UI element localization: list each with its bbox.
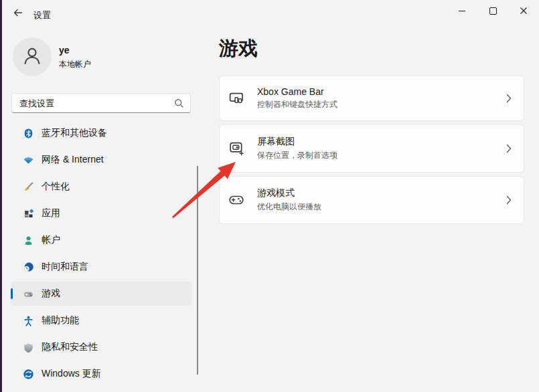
card-subtitle: 保存位置，录制首选项 (257, 150, 337, 161)
card-title: Xbox Game Bar (257, 86, 337, 97)
sidebar-item-label: 网络 & Internet (42, 154, 104, 166)
sidebar-item-label: 蓝牙和其他设备 (42, 127, 107, 139)
apps-icon (23, 208, 34, 219)
sidebar-item-time-language[interactable]: 时间和语言 (11, 255, 191, 279)
page-title: 游戏 (219, 35, 258, 62)
window-title: 设置 (33, 9, 51, 21)
minimize-icon (459, 11, 465, 11)
card-title: 游戏模式 (257, 187, 321, 199)
sidebar-item-label: 帐户 (42, 234, 60, 246)
accounts-person-icon (23, 235, 34, 246)
search-box (11, 93, 191, 113)
sidebar-item-apps[interactable]: 应用 (11, 201, 191, 225)
person-outline-icon (21, 44, 44, 70)
search-icon (174, 98, 184, 111)
sidebar-scrollbar[interactable] (197, 166, 198, 375)
sidebar-nav: 蓝牙和其他设备 网络 & Internet 个性化 (11, 121, 191, 389)
sidebar-item-windows-update[interactable]: Windows 更新 (11, 362, 191, 386)
bluetooth-icon (23, 128, 34, 139)
back-button[interactable] (8, 4, 28, 24)
sidebar-item-privacy-security[interactable]: 隐私和安全性 (11, 335, 191, 359)
privacy-shield-icon (23, 342, 34, 353)
card-xbox-game-bar[interactable]: Xbox Game Bar 控制器和键盘快捷方式 (219, 76, 524, 121)
sidebar-item-gaming[interactable]: 游戏 (11, 282, 191, 306)
accessibility-icon (23, 315, 34, 326)
sidebar-item-label: 游戏 (42, 288, 60, 300)
settings-cards: Xbox Game Bar 控制器和键盘快捷方式 屏幕截图 保存 (219, 76, 524, 227)
close-icon (520, 5, 528, 17)
screen-capture-icon (228, 140, 244, 157)
settings-window: 设置 ye 本地帐户 (0, 0, 539, 392)
sidebar-item-label: 隐私和安全性 (42, 341, 98, 353)
gaming-controller-icon (23, 288, 34, 300)
sidebar-item-personalization[interactable]: 个性化 (11, 175, 191, 199)
personalization-brush-icon (23, 181, 34, 193)
xbox-game-bar-icon (228, 90, 244, 106)
sidebar-item-label: 应用 (42, 207, 60, 219)
maximize-icon (489, 7, 497, 15)
sidebar-item-label: 辅助功能 (42, 314, 79, 326)
sidebar-item-accounts[interactable]: 帐户 (11, 228, 191, 252)
card-title: 屏幕截图 (257, 136, 337, 148)
card-subtitle: 优化电脑以便播放 (257, 201, 321, 213)
network-wifi-icon (23, 155, 34, 166)
minimize-button[interactable] (447, 0, 477, 22)
account-type: 本地帐户 (59, 59, 91, 70)
sidebar-item-label: 时间和语言 (42, 261, 88, 273)
maximize-button[interactable] (477, 0, 508, 22)
account-name: ye (59, 45, 70, 56)
chevron-right-icon (506, 195, 512, 205)
card-subtitle: 控制器和键盘快捷方式 (257, 99, 337, 110)
sidebar-item-network-internet[interactable]: 网络 & Internet (11, 148, 191, 172)
search-input[interactable] (12, 94, 175, 112)
background-window-edge (0, 0, 2, 392)
avatar[interactable] (13, 37, 52, 76)
sidebar-item-label: Windows 更新 (42, 368, 101, 380)
card-screen-capture[interactable]: 屏幕截图 保存位置，录制首选项 (219, 124, 524, 173)
windows-update-icon (23, 369, 34, 380)
window-controls (447, 0, 539, 22)
sidebar-item-accessibility[interactable]: 辅助功能 (11, 308, 191, 332)
sidebar-item-label: 个性化 (42, 181, 70, 193)
chevron-right-icon (506, 94, 512, 103)
chevron-right-icon (506, 144, 512, 153)
sidebar-item-bluetooth-devices[interactable]: 蓝牙和其他设备 (11, 121, 191, 145)
time-language-clock-icon (23, 262, 34, 273)
game-mode-icon (228, 192, 244, 208)
card-game-mode[interactable]: 游戏模式 优化电脑以便播放 (219, 176, 524, 224)
back-arrow-icon (13, 7, 23, 21)
close-button[interactable] (508, 0, 539, 22)
selected-accent-bar (11, 288, 13, 299)
